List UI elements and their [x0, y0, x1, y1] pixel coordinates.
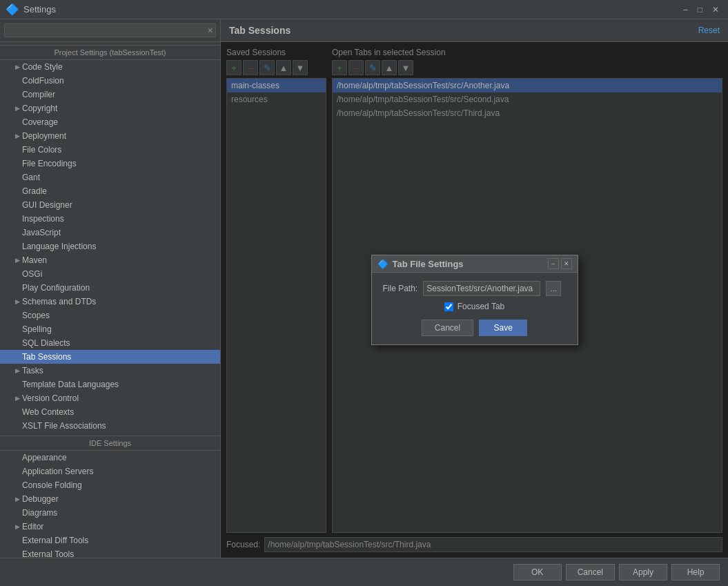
- expand-icon: ▶: [12, 298, 22, 305]
- close-button[interactable]: ✕: [709, 3, 722, 16]
- sidebar-item-editor[interactable]: ▶ Editor: [0, 520, 220, 534]
- sidebar-item-spelling[interactable]: Spelling: [0, 322, 220, 336]
- sidebar-item-web-contexts[interactable]: Web Contexts: [0, 405, 220, 419]
- sidebar-item-tab-sessions[interactable]: Tab Sessions: [0, 350, 220, 364]
- window-title: Settings: [23, 4, 56, 14]
- sidebar-item-osgi[interactable]: OSGi: [0, 267, 220, 281]
- sidebar-item-javascript[interactable]: JavaScript: [0, 226, 220, 240]
- sidebar-item-gant[interactable]: Gant: [0, 170, 220, 184]
- focused-tab-label[interactable]: Focused Tab: [458, 302, 505, 311]
- sidebar-item-play-configuration[interactable]: Play Configuration: [0, 281, 220, 295]
- cancel-button[interactable]: Cancel: [566, 564, 615, 580]
- modal-close-button[interactable]: ✕: [561, 258, 572, 269]
- sidebar-item-appearance[interactable]: Appearance: [0, 451, 220, 465]
- search-box: ✕: [0, 19, 220, 42]
- expand-icon: ▶: [12, 257, 22, 264]
- browse-button[interactable]: ...: [546, 281, 561, 296]
- modal-minimize-button[interactable]: –: [548, 258, 559, 269]
- search-input[interactable]: [4, 23, 216, 37]
- expand-icon: ▶: [12, 496, 22, 502]
- file-path-input[interactable]: [423, 281, 540, 296]
- tab-file-settings-dialog: 🔷 Tab File Settings – ✕ File Path:: [371, 255, 578, 345]
- search-clear-icon[interactable]: ✕: [207, 26, 213, 35]
- modal-icon: 🔷: [377, 259, 388, 269]
- sidebar-item-inspections[interactable]: Inspections: [0, 212, 220, 226]
- file-path-label: File Path:: [383, 284, 418, 293]
- project-settings-header: Project Settings (tabSessionTest): [0, 45, 220, 60]
- file-path-row: File Path: ...: [383, 281, 567, 296]
- sidebar-item-version-control[interactable]: ▶ Version Control: [0, 391, 220, 405]
- ide-settings-header: IDE Settings: [0, 436, 220, 451]
- sidebar-item-coldfusion[interactable]: ColdFusion: [0, 74, 220, 88]
- sidebar-item-deployment[interactable]: ▶ Deployment: [0, 129, 220, 143]
- sidebar-item-diagrams[interactable]: Diagrams: [0, 506, 220, 520]
- sidebar-item-gui-designer[interactable]: GUI Designer: [0, 198, 220, 212]
- modal-title-bar: 🔷 Tab File Settings – ✕: [372, 255, 578, 273]
- sidebar-item-maven[interactable]: ▶ Maven: [0, 253, 220, 267]
- sidebar-item-debugger[interactable]: ▶ Debugger: [0, 492, 220, 506]
- sidebar-item-xslt-file-assoc[interactable]: XSLT File Associations: [0, 419, 220, 433]
- panel-header: Tab Sessions Reset: [221, 19, 728, 42]
- sidebar-item-application-servers[interactable]: Application Servers: [0, 465, 220, 478]
- sidebar-item-gradle[interactable]: Gradle: [0, 184, 220, 198]
- bottom-bar: OK Cancel Apply Help: [0, 558, 728, 586]
- sidebar-item-external-diff-tools[interactable]: External Diff Tools: [0, 534, 220, 547]
- expand-icon: ▶: [12, 395, 22, 402]
- expand-icon: ▶: [12, 133, 22, 139]
- maximize-button[interactable]: □: [694, 3, 706, 16]
- main-content: Tab Sessions Reset Saved Sessions + – ✎ …: [221, 19, 728, 558]
- sidebar-item-code-style[interactable]: ▶ Code Style: [0, 60, 220, 74]
- apply-button[interactable]: Apply: [619, 564, 667, 580]
- sidebar: ✕ Project Settings (tabSessionTest) ▶ Co…: [0, 19, 221, 558]
- sidebar-item-language-injections[interactable]: Language Injections: [0, 240, 220, 253]
- sidebar-item-file-colors[interactable]: File Colors: [0, 143, 220, 157]
- focused-tab-row: Focused Tab: [383, 302, 567, 311]
- modal-overlay: 🔷 Tab File Settings – ✕ File Path:: [221, 42, 728, 558]
- sidebar-tree: Project Settings (tabSessionTest) ▶ Code…: [0, 42, 220, 558]
- sidebar-item-external-tools[interactable]: External Tools: [0, 547, 220, 558]
- ok-button[interactable]: OK: [513, 564, 562, 580]
- sidebar-item-scopes[interactable]: Scopes: [0, 309, 220, 322]
- tab-sessions-content: Saved Sessions + – ✎ ▲ ▼ main-classes re…: [221, 42, 728, 558]
- focused-tab-checkbox[interactable]: [444, 302, 453, 311]
- sidebar-item-template-data-languages[interactable]: Template Data Languages: [0, 378, 220, 391]
- sidebar-item-file-encodings[interactable]: File Encodings: [0, 157, 220, 170]
- help-button[interactable]: Help: [671, 564, 720, 580]
- sidebar-item-schemas-dtds[interactable]: ▶ Schemas and DTDs: [0, 295, 220, 309]
- expand-icon: ▶: [12, 523, 22, 530]
- modal-buttons: Cancel Save: [383, 320, 567, 336]
- modal-cancel-button[interactable]: Cancel: [422, 320, 473, 336]
- reset-link[interactable]: Reset: [698, 26, 720, 35]
- expand-icon: ▶: [12, 367, 22, 374]
- content-area: ✕ Project Settings (tabSessionTest) ▶ Co…: [0, 19, 728, 558]
- sidebar-item-coverage[interactable]: Coverage: [0, 115, 220, 129]
- title-bar: 🔷 Settings – □ ✕: [0, 0, 728, 19]
- sidebar-item-compiler[interactable]: Compiler: [0, 88, 220, 101]
- panel-title: Tab Sessions: [229, 25, 291, 36]
- main-container: ✕ Project Settings (tabSessionTest) ▶ Co…: [0, 19, 728, 586]
- expand-icon: ▶: [12, 105, 22, 112]
- sidebar-item-sql-dialects[interactable]: SQL Dialects: [0, 336, 220, 350]
- sidebar-item-tasks[interactable]: ▶ Tasks: [0, 364, 220, 378]
- modal-body: File Path: ... Focused Tab Cancel Save: [372, 273, 578, 344]
- app-icon: 🔷: [6, 3, 19, 16]
- modal-save-button[interactable]: Save: [479, 320, 527, 336]
- sidebar-item-console-folding[interactable]: Console Folding: [0, 478, 220, 492]
- expand-icon: ▶: [12, 64, 22, 70]
- sidebar-item-copyright[interactable]: ▶ Copyright: [0, 101, 220, 115]
- minimize-button[interactable]: –: [680, 3, 691, 16]
- modal-title: Tab File Settings: [393, 259, 464, 269]
